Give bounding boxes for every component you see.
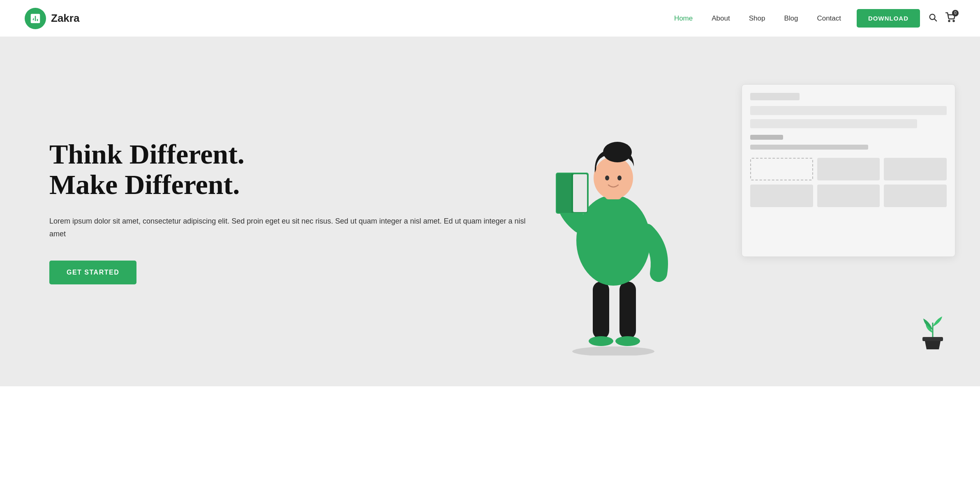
- hero-description: Lorem ipsum dolor sit amet, consectetur …: [49, 215, 531, 240]
- svg-point-8: [589, 336, 613, 346]
- logo-text: Zakra: [51, 12, 79, 25]
- hero-section: Think Different. Make Different. Lorem i…: [0, 37, 980, 386]
- svg-rect-20: [922, 337, 943, 341]
- mock-header: [750, 93, 800, 100]
- mock-thin-1: [750, 145, 868, 150]
- search-button[interactable]: [928, 13, 937, 24]
- mock-grid-item-5: [817, 185, 880, 207]
- mock-grid-item-3: [884, 158, 947, 180]
- mock-row-1: [750, 106, 947, 115]
- nav-blog[interactable]: Blog: [777, 11, 805, 26]
- mock-dashed-item: [750, 158, 813, 180]
- main-nav: Home About Shop Blog Contact DOWNLOAD 0: [667, 9, 955, 28]
- dashboard-mockup: [742, 84, 955, 257]
- svg-rect-7: [619, 282, 636, 339]
- nav-home[interactable]: Home: [667, 11, 700, 26]
- download-button[interactable]: DOWNLOAD: [857, 9, 920, 28]
- mock-row-2: [750, 119, 917, 128]
- get-started-button[interactable]: GET STARTED: [49, 261, 136, 284]
- site-header: Z Zakra Home About Shop Blog Contact DOW…: [0, 0, 980, 37]
- svg-point-4: [953, 20, 955, 21]
- cart-button[interactable]: 0: [945, 12, 955, 25]
- svg-text:Z: Z: [31, 15, 35, 22]
- nav-shop[interactable]: Shop: [742, 11, 773, 26]
- plant-illustration: [918, 314, 947, 351]
- mock-grid-item-4: [750, 185, 813, 207]
- hero-illustration: [548, 68, 955, 355]
- svg-point-17: [603, 142, 632, 162]
- svg-point-9: [615, 336, 640, 346]
- hero-title: Think Different. Make Different.: [49, 139, 531, 201]
- character-illustration: [548, 109, 687, 355]
- svg-rect-6: [593, 282, 609, 339]
- svg-point-16: [594, 157, 633, 199]
- mock-grid-item-2: [817, 158, 880, 180]
- hero-content: Think Different. Make Different. Lorem i…: [49, 139, 548, 285]
- mock-grid-item-6: [884, 185, 947, 207]
- svg-point-5: [572, 346, 654, 355]
- svg-point-19: [617, 175, 622, 180]
- nav-contact[interactable]: Contact: [809, 11, 848, 26]
- cart-badge: 0: [952, 10, 959, 16]
- logo-icon: Z: [25, 8, 46, 29]
- logo[interactable]: Z Zakra: [25, 8, 79, 29]
- svg-point-18: [605, 175, 609, 180]
- nav-about[interactable]: About: [704, 11, 737, 26]
- header-icons: 0: [928, 12, 955, 25]
- mock-section: [750, 135, 783, 140]
- svg-line-2: [934, 19, 936, 21]
- mock-grid: [750, 158, 947, 207]
- svg-point-3: [949, 20, 950, 21]
- svg-rect-14: [573, 174, 587, 212]
